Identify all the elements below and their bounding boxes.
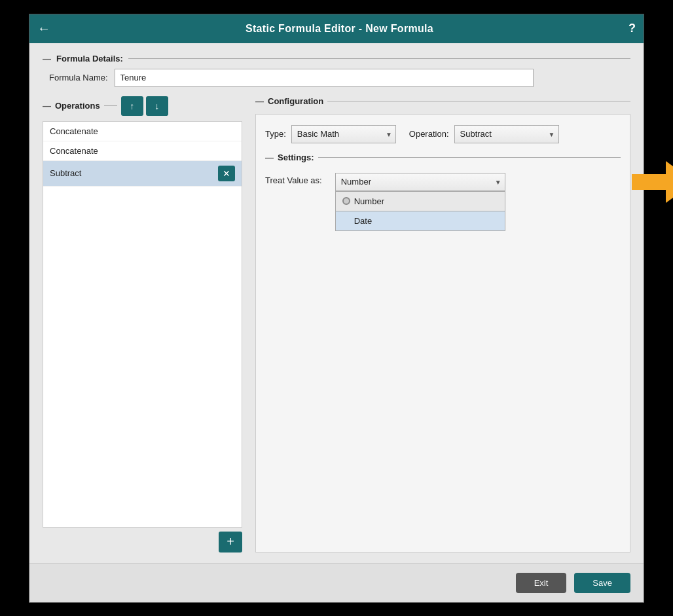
settings-title: Settings:: [278, 153, 314, 162]
treat-value-row: Treat Value as: Number Date: [265, 173, 621, 191]
type-field-group: Type: Basic Math Text Date Conditional: [265, 125, 396, 143]
operation-dropdown[interactable]: Add Subtract Multiply Divide: [454, 125, 559, 143]
formula-name-label: Formula Name:: [49, 73, 108, 82]
help-button[interactable]: ?: [628, 22, 636, 35]
treat-value-label: Treat Value as:: [265, 173, 322, 185]
add-button-row: +: [43, 532, 242, 553]
configuration-inner: Type: Basic Math Text Date Conditional: [255, 114, 630, 553]
title-bar: ← Static Formula Editor - New Formula ?: [29, 14, 644, 43]
formula-name-row: Formula Name:: [43, 69, 630, 87]
move-down-button[interactable]: ↓: [146, 96, 168, 116]
operations-list: Concatenate Concatenate Subtract ✕: [43, 121, 242, 528]
treat-value-list: Number Date: [335, 191, 505, 231]
settings-header: — Settings:: [265, 153, 621, 162]
exit-button[interactable]: Exit: [516, 573, 567, 593]
delete-button[interactable]: ✕: [218, 166, 235, 181]
content-area: — Formula Details: Formula Name: — Opera…: [29, 43, 644, 563]
operations-title: Operations: [55, 101, 100, 111]
main-window: ← Static Formula Editor - New Formula ? …: [29, 14, 644, 603]
arrow-head-icon: [666, 161, 673, 203]
type-label: Type:: [265, 129, 286, 139]
formula-details-section: — Formula Details: Formula Name:: [43, 54, 630, 87]
arrow-body: [632, 174, 666, 190]
list-item-selected[interactable]: Subtract ✕: [43, 161, 242, 187]
operation-label: Operation:: [409, 129, 449, 139]
configuration-title: Configuration: [268, 96, 323, 106]
formula-name-input[interactable]: [115, 69, 534, 87]
window-title: Static Formula Editor - New Formula: [246, 23, 433, 35]
configuration-panel: — Configuration Type: Basic Math Text: [242, 96, 630, 553]
treat-value-option-number[interactable]: Number: [336, 192, 505, 211]
operations-config-row: — Operations ↑ ↓ Concatenate Concatenate…: [43, 96, 630, 553]
move-up-button[interactable]: ↑: [121, 96, 143, 116]
formula-details-title: Formula Details:: [56, 54, 123, 63]
operation-field-group: Operation: Add Subtract Multiply Divide: [409, 125, 559, 143]
treat-value-dropdown-wrapper: Number Date: [335, 173, 505, 191]
radio-number-icon: [342, 197, 350, 205]
type-dropdown-wrapper: Basic Math Text Date Conditional: [291, 125, 396, 143]
type-dropdown[interactable]: Basic Math Text Date Conditional: [291, 125, 396, 143]
settings-section: — Settings: Treat Value as: Number Date: [265, 153, 621, 191]
footer: Exit Save: [29, 563, 644, 602]
back-button[interactable]: ←: [37, 21, 50, 36]
treat-value-option-date[interactable]: Date: [336, 211, 505, 230]
arrow-indicator: [632, 161, 673, 203]
list-item[interactable]: Concatenate: [43, 141, 242, 161]
type-operation-row: Type: Basic Math Text Date Conditional: [265, 125, 621, 143]
save-button[interactable]: Save: [574, 573, 630, 593]
treat-value-dropdown-container: Number Date Number: [335, 173, 505, 191]
formula-details-header: — Formula Details:: [43, 54, 630, 63]
operation-dropdown-wrapper: Add Subtract Multiply Divide: [454, 125, 559, 143]
list-item[interactable]: Concatenate: [43, 122, 242, 141]
operations-header: — Operations ↑ ↓: [43, 96, 242, 116]
add-operation-button[interactable]: +: [219, 532, 242, 553]
treat-value-dropdown[interactable]: Number Date: [335, 173, 505, 191]
configuration-header: — Configuration: [255, 96, 630, 106]
operations-panel: — Operations ↑ ↓ Concatenate Concatenate…: [43, 96, 242, 553]
